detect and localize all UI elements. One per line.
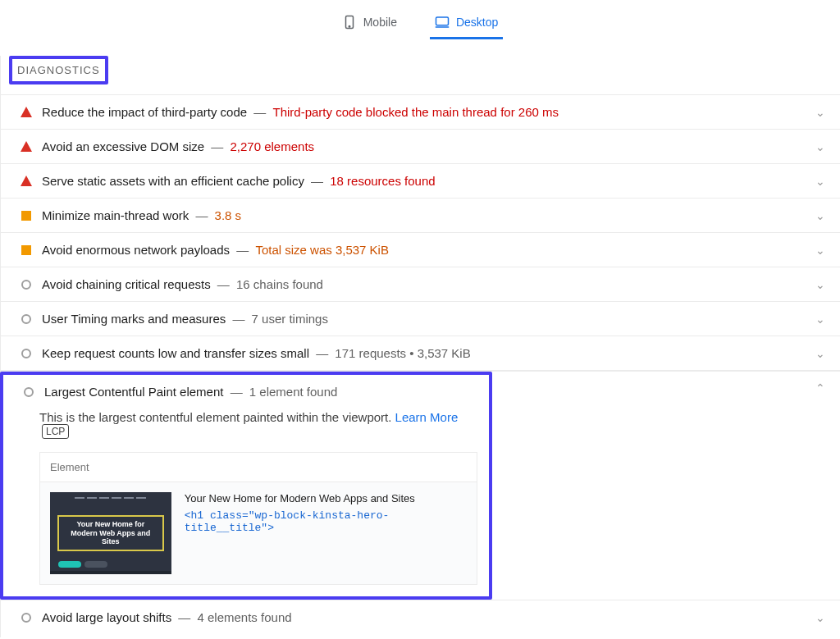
tab-mobile[interactable]: Mobile <box>337 11 402 39</box>
audit-detail: 4 elements found <box>198 610 292 624</box>
svg-rect-2 <box>436 17 448 25</box>
warning-triangle-icon <box>21 141 32 152</box>
chevron-down-icon[interactable]: ⌄ <box>815 313 825 326</box>
info-icon <box>21 613 31 623</box>
audit-title: Largest Contentful Paint element <box>44 385 223 399</box>
element-card: Element Your New Home for Modern Web App… <box>39 452 477 585</box>
chevron-down-icon[interactable]: ⌄ <box>815 278 825 291</box>
audit-detail: 2,270 elements <box>230 139 314 153</box>
audit-row[interactable]: Avoid large layout shifts — 4 elements f… <box>1 600 840 634</box>
audit-title: User Timing marks and measures <box>42 312 226 326</box>
element-text: Your New Home for Modern Web Apps and Si… <box>185 492 467 504</box>
audit-row[interactable]: User Timing marks and measures — 7 user … <box>1 301 840 335</box>
warning-square-icon <box>21 245 31 255</box>
diagnostics-header: DIAGNOSTICS <box>9 56 840 84</box>
chevron-down-icon[interactable]: ⌄ <box>815 140 825 153</box>
audit-detail: 7 user timings <box>252 312 328 326</box>
desktop-icon <box>435 14 450 30</box>
diagnostics-label: DIAGNOSTICS <box>12 59 105 81</box>
info-icon <box>24 387 34 397</box>
chevron-up-icon[interactable]: ⌃ <box>815 381 825 395</box>
audit-row-lcp[interactable]: Largest Contentful Paint element — 1 ele… <box>3 375 489 409</box>
chevron-down-icon[interactable]: ⌄ <box>815 611 825 624</box>
element-card-header: Element <box>40 453 477 482</box>
audit-detail: Total size was 3,537 KiB <box>255 243 389 257</box>
info-icon <box>21 349 31 358</box>
chevron-down-icon[interactable]: ⌄ <box>815 209 825 222</box>
chevron-down-icon[interactable]: ⌄ <box>815 175 825 188</box>
audit-title: Avoid large layout shifts <box>42 610 171 624</box>
audit-title: Avoid enormous network payloads <box>42 243 230 257</box>
warning-square-icon <box>21 211 31 221</box>
audit-detail: 1 element found <box>249 385 338 399</box>
mobile-icon <box>342 14 357 30</box>
warning-triangle-icon <box>21 176 32 186</box>
audit-detail: 3.8 s <box>215 208 242 222</box>
element-thumbnail: Your New Home for Modern Web Apps and Si… <box>50 492 171 574</box>
lcp-highlight-box: Largest Contentful Paint element — 1 ele… <box>0 372 492 600</box>
tab-desktop[interactable]: Desktop <box>430 11 503 39</box>
element-code: <h1 class="wp-block-kinsta-hero-title__t… <box>185 509 467 534</box>
audit-row[interactable]: Keep request counts low and transfer siz… <box>1 335 840 371</box>
learn-more-link[interactable]: Learn More <box>395 410 459 424</box>
tab-mobile-label: Mobile <box>363 16 397 29</box>
lcp-chip: LCP <box>42 424 69 439</box>
audit-detail: 18 resources found <box>330 174 435 188</box>
audit-row[interactable]: Avoid an excessive DOM size — 2,270 elem… <box>1 129 840 163</box>
audit-title: Serve static assets with an efficient ca… <box>42 174 304 188</box>
chevron-down-icon[interactable]: ⌄ <box>815 244 825 257</box>
audit-title: Reduce the impact of third-party code <box>42 105 247 119</box>
info-icon <box>21 280 31 290</box>
chevron-down-icon[interactable]: ⌄ <box>815 347 825 360</box>
audit-detail: 16 chains found <box>236 277 323 291</box>
warning-triangle-icon <box>21 107 32 117</box>
audit-title: Avoid an excessive DOM size <box>42 139 204 153</box>
tab-desktop-label: Desktop <box>456 16 498 29</box>
audit-title: Avoid chaining critical requests <box>42 277 211 291</box>
audit-detail: Third-party code blocked the main thread… <box>272 105 559 119</box>
audit-row[interactable]: Avoid chaining critical requests — 16 ch… <box>1 267 840 301</box>
audit-row[interactable]: Minimize main-thread work — 3.8 s⌄ <box>1 198 840 232</box>
audit-row[interactable]: Reduce the impact of third-party code — … <box>1 94 840 129</box>
audit-title: Minimize main-thread work <box>42 208 189 222</box>
info-icon <box>21 314 31 324</box>
svg-point-1 <box>349 26 350 28</box>
audit-detail: 171 requests • 3,537 KiB <box>335 346 470 360</box>
audit-row[interactable]: Serve static assets with an efficient ca… <box>1 163 840 198</box>
chevron-down-icon[interactable]: ⌄ <box>815 106 825 119</box>
audit-title: Keep request counts low and transfer siz… <box>42 346 309 360</box>
device-tabs: Mobile Desktop <box>0 4 840 39</box>
lcp-description: This is the largest contentful element p… <box>39 410 477 439</box>
audit-row[interactable]: Avoid enormous network payloads — Total … <box>1 232 840 267</box>
